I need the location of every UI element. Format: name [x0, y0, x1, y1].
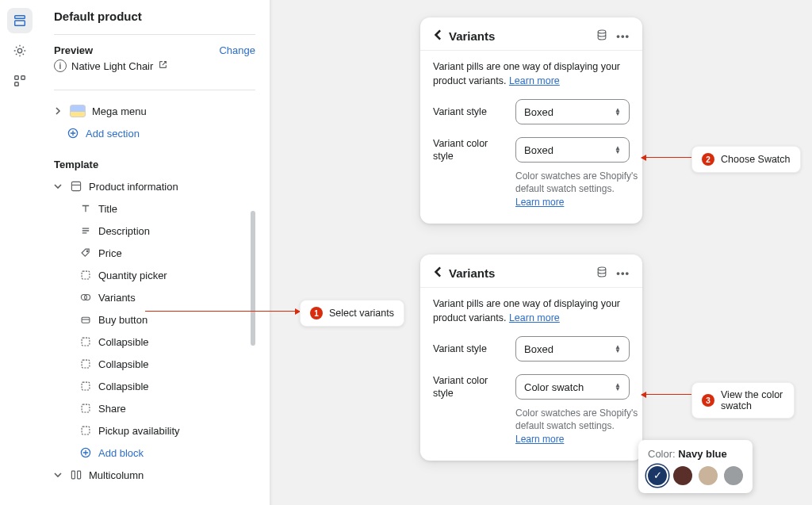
svg-rect-4 [21, 76, 25, 80]
learn-more-link[interactable]: Learn more [509, 312, 560, 323]
swatch-list: ✓ [648, 466, 743, 485]
variant-color-select[interactable]: Color swatch ▲▼ [515, 374, 630, 400]
icon-rail [0, 0, 40, 505]
block-collapsible-2[interactable]: Collapsible [54, 353, 251, 375]
swatch-navy[interactable]: ✓ [648, 466, 667, 485]
change-link[interactable]: Change [219, 44, 255, 56]
add-block[interactable]: Add block [54, 442, 251, 464]
select-arrows-icon: ▲▼ [615, 108, 621, 116]
database-icon[interactable] [596, 266, 608, 281]
block-buy-button[interactable]: Buy button [54, 308, 251, 331]
title-icon [79, 202, 92, 215]
svg-rect-3 [15, 76, 19, 80]
tree-product-info[interactable]: Product information [54, 175, 251, 197]
theme-sidebar: Default product Preview Change i Native … [40, 0, 270, 505]
preview-product[interactable]: i Native Light Chair [54, 59, 255, 72]
preview-label: Preview [54, 44, 93, 56]
annotation-3: 3 View the color swatch [691, 382, 795, 419]
database-icon[interactable] [596, 29, 608, 44]
svg-rect-7 [71, 182, 80, 190]
svg-rect-16 [82, 404, 90, 412]
card-desc: Variant pills are one way of displaying … [433, 297, 630, 325]
svg-rect-0 [15, 16, 25, 19]
variant-color-label: Variant color style [433, 374, 504, 400]
variants-icon [79, 291, 92, 304]
price-icon [79, 247, 92, 259]
learn-more-link[interactable]: Learn more [515, 197, 564, 208]
more-icon[interactable]: ••• [616, 267, 630, 279]
svg-rect-12 [82, 317, 90, 323]
svg-rect-9 [82, 271, 90, 279]
product-name: Native Light Chair [71, 60, 153, 72]
annotation-1: 1 Select variants [300, 300, 404, 327]
block-quantity[interactable]: Quantity picker [54, 264, 251, 286]
annotation-2: 2 Choose Swatch [691, 146, 801, 173]
block-variants[interactable]: Variants [54, 286, 251, 308]
chevron-right-icon [54, 105, 63, 117]
back-chevron-icon[interactable] [433, 29, 444, 43]
chevron-down-icon [54, 181, 63, 193]
divider [54, 90, 255, 90]
quantity-icon [79, 269, 92, 281]
svg-rect-1 [15, 21, 25, 25]
annotation-badge: 3 [702, 394, 714, 407]
block-pickup[interactable]: Pickup availability [54, 419, 251, 442]
annotation-arrow-3 [642, 394, 694, 395]
variant-color-label: Variant color style [433, 137, 504, 163]
svg-rect-19 [71, 471, 75, 479]
swatch-tan[interactable] [699, 466, 718, 485]
block-title[interactable]: Title [54, 197, 251, 220]
svg-point-2 [17, 48, 21, 52]
swatch-grey[interactable] [724, 466, 743, 485]
block-price[interactable]: Price [54, 242, 251, 264]
block-collapsible-1[interactable]: Collapsible [54, 331, 251, 353]
product-info-label: Product information [89, 181, 178, 193]
more-icon[interactable]: ••• [616, 30, 630, 42]
swatch-brown[interactable] [673, 466, 692, 485]
back-chevron-icon[interactable] [433, 266, 444, 280]
variant-style-label: Variant style [433, 342, 504, 355]
block-share[interactable]: Share [54, 397, 251, 419]
annotation-badge: 2 [702, 153, 714, 166]
variant-color-row: Variant color style Boxed ▲▼ [433, 137, 630, 163]
divider [54, 34, 255, 35]
variant-color-select[interactable]: Boxed ▲▼ [515, 137, 630, 163]
rail-sections-icon[interactable] [7, 8, 33, 33]
collapsible-icon [79, 358, 92, 370]
chevron-down-icon [54, 469, 63, 481]
svg-point-8 [86, 251, 88, 252]
variant-style-label: Variant style [433, 105, 504, 118]
learn-more-link[interactable]: Learn more [515, 434, 564, 445]
annotation-arrow-2 [642, 157, 694, 158]
helper-text: Color swatches are Shopify's default swa… [515, 170, 642, 209]
collapsible-icon [79, 335, 92, 348]
pickup-icon [79, 424, 92, 437]
rail-settings-icon[interactable] [7, 38, 33, 63]
scrollbar-thumb[interactable] [251, 211, 255, 346]
add-section[interactable]: Add section [54, 122, 251, 144]
svg-point-11 [85, 295, 90, 300]
svg-rect-13 [82, 338, 90, 346]
learn-more-link[interactable]: Learn more [509, 75, 560, 86]
block-description[interactable]: Description [54, 220, 251, 242]
variant-style-row: Variant style Boxed ▲▼ [433, 336, 630, 362]
tree-mega-menu[interactable]: Mega menu [54, 100, 251, 122]
tree-multicolumn[interactable]: Multicolumn [54, 464, 251, 486]
swatch-color-line: Color: Navy blue [648, 448, 743, 460]
multicolumn-icon [70, 469, 82, 481]
section-tree: Mega menu Add section Template Product i… [54, 100, 255, 505]
svg-rect-5 [15, 82, 19, 86]
variant-style-select[interactable]: Boxed ▲▼ [515, 336, 630, 362]
variant-style-select[interactable]: Boxed ▲▼ [515, 99, 630, 124]
swatch-tooltip: Color: Navy blue ✓ [638, 440, 753, 493]
sidebar-title: Default product [54, 10, 255, 31]
svg-rect-14 [82, 360, 90, 368]
svg-rect-20 [78, 471, 81, 479]
info-icon: i [54, 59, 67, 72]
external-link-icon [158, 59, 168, 72]
helper-text: Color swatches are Shopify's default swa… [515, 407, 642, 446]
template-heading: Template [54, 159, 251, 170]
rail-apps-icon[interactable] [7, 68, 33, 94]
variant-color-row: Variant color style Color swatch ▲▼ [433, 374, 630, 400]
block-collapsible-3[interactable]: Collapsible [54, 375, 251, 397]
